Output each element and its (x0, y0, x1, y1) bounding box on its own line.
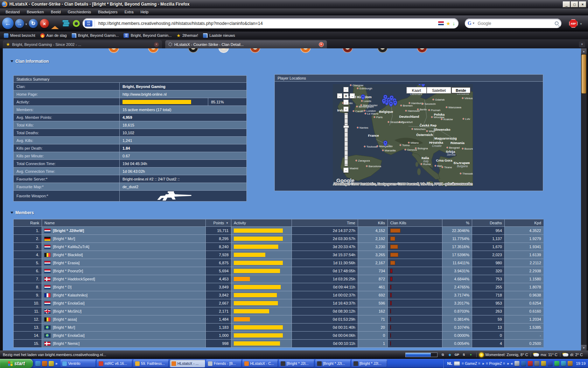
search-input[interactable] (477, 21, 555, 26)
weather-item[interactable]: di: 2° C (560, 353, 585, 357)
task-button[interactable]: 59. Faithless... (133, 360, 169, 367)
members-heading[interactable]: Members (10, 210, 34, 215)
url-input[interactable] (98, 21, 438, 26)
stop-button[interactable]: × (40, 19, 49, 28)
bookmark-item[interactable]: Laatste nieuws (201, 33, 237, 39)
menu-item-bewerken[interactable]: Bewerken (23, 9, 47, 15)
task-button[interactable]: HLstatsX - ... (170, 360, 205, 367)
map-pan-left-icon[interactable]: ← (337, 93, 342, 98)
map-pan-right-icon[interactable]: → (350, 93, 355, 98)
bookmark-item[interactable]: Meest bezocht (1, 33, 38, 39)
column-header-rank[interactable]: Rank (14, 219, 42, 226)
column-header-points[interactable]: Points▼ (206, 219, 231, 226)
menu-item-help[interactable]: Help (137, 9, 152, 15)
tray-collapse-icon[interactable]: « (511, 361, 513, 366)
search-icon[interactable] (555, 21, 559, 25)
tab-close-icon[interactable]: × (154, 42, 159, 47)
task-button[interactable]: [Bright * J2t... (279, 360, 314, 367)
tray-icon[interactable] (528, 361, 533, 366)
tray-icon[interactable] (521, 361, 526, 366)
tab-stack-icon[interactable] (62, 20, 70, 27)
member-name[interactable]: [Bright * Mo!] (53, 325, 75, 329)
map-button-beide[interactable]: Beide (451, 87, 471, 94)
member-name-cell[interactable]: [Bright * Mo!] (42, 235, 205, 243)
column-header-kpd[interactable]: Kpd (505, 219, 544, 226)
url-bar[interactable]: HXCE ★ ↓ (83, 18, 458, 28)
quick-launch-overflow-icon[interactable]: » (55, 361, 57, 366)
bookmark-item[interactable]: ★2themax! (174, 33, 201, 39)
task-button[interactable]: HLstatsX - C... (243, 360, 278, 367)
menu-item-beeld[interactable]: Beeld (47, 9, 64, 15)
map-pan-down-icon[interactable]: ↓ (343, 100, 349, 105)
bookmark-item[interactable]: Bright, Beyond Gamin... (69, 33, 121, 39)
tray-icon[interactable] (554, 361, 559, 366)
map-image[interactable]: GlasgowEdinburghLeedsManchesterDublinLon… (333, 84, 473, 186)
tray-icon[interactable] (561, 361, 566, 366)
flagfox-nl-icon[interactable] (438, 21, 444, 25)
quick-launch-icon[interactable] (35, 361, 41, 366)
reload-button[interactable]: ↻ (29, 19, 38, 28)
tray-icon[interactable] (568, 361, 573, 366)
member-name[interactable]: [Bright * KaMaZuTrA] (53, 245, 89, 249)
member-name-cell[interactable]: [Bright * Erasia] (42, 259, 205, 267)
tab-2[interactable]: HLstatsX - Counter-Strike - Clan Detail.… (165, 40, 327, 48)
member-name-cell[interactable]: [Bright * HaddockSpeed] (42, 275, 205, 283)
task-button[interactable]: Friends - [B... (206, 360, 241, 367)
forward-dropdown-icon[interactable]: ▼ (25, 23, 28, 26)
quick-launch-icon[interactable] (49, 361, 54, 366)
bookmark-star-icon[interactable]: ★ (446, 21, 450, 26)
adblock-icon[interactable]: ABP (569, 19, 578, 28)
member-name[interactable]: [Bright * Blacklist] (53, 253, 83, 257)
map-button-kaart[interactable]: Kaart (406, 87, 427, 94)
weather-item[interactable]: ma: 11° C (531, 353, 560, 357)
member-name-cell[interactable]: [Bright * MoShU] (42, 307, 205, 315)
taskbar-toolbar-label[interactable]: = ProgieZ = (486, 361, 505, 366)
minimize-button[interactable]: _ (563, 1, 570, 7)
scroll-down-icon[interactable]: ▼ (581, 345, 587, 350)
status-icon[interactable]: GP (454, 352, 460, 357)
tray-icon[interactable] (514, 361, 519, 366)
member-name[interactable]: [Bright * Erasia] (53, 261, 79, 265)
map-button-satelliet[interactable]: Satelliet (427, 87, 451, 94)
member-name[interactable]: [Bright * MoShU] (53, 309, 82, 313)
google-logo-icon[interactable]: G (468, 21, 471, 26)
status-icon[interactable]: ● (468, 352, 474, 357)
member-name[interactable]: [Bright * D] (53, 285, 71, 289)
member-name-cell[interactable]: [Bright * Kalashniko] (42, 291, 205, 299)
list-all-tabs-icon[interactable]: ▼ (579, 41, 585, 47)
member-name-cell[interactable]: [Bright * Poonz0r] (42, 267, 205, 275)
status-icon[interactable]: S (461, 352, 467, 357)
column-header-[interactable]: % (442, 219, 472, 226)
status-icon[interactable]: ⧉ (440, 352, 446, 357)
member-name[interactable]: [Bright * EnolaGai] (53, 333, 85, 338)
member-name[interactable]: [Bright * EnolaGai] (53, 301, 85, 305)
member-name[interactable]: [Bright * HaddockSpeed] (53, 277, 95, 281)
member-name[interactable]: [Bright * Poonz0r] (53, 269, 83, 273)
menu-item-bladwijzers[interactable]: Bladwijzers (94, 9, 121, 15)
member-name-cell[interactable]: [Bright * KaMaZuTrA] (42, 243, 205, 251)
member-name-cell[interactable]: [Bright * EnolaGai] (42, 299, 205, 307)
close-button[interactable]: × (579, 1, 586, 7)
member-name-cell[interactable]: [Bright * Blacklist] (42, 251, 205, 259)
member-name[interactable]: [Bright * J2theW] (53, 229, 84, 233)
column-header-activity[interactable]: Activity (231, 219, 292, 226)
task-button[interactable]: [Bright * J2t... (315, 360, 351, 367)
vertical-scrollbar[interactable]: ▲ ▼ (581, 48, 587, 350)
task-button[interactable]: [Bright * J2t... (352, 360, 387, 367)
member-name-cell[interactable]: [Bright * Mo!] (42, 323, 205, 331)
tab-close-icon[interactable]: × (319, 42, 324, 47)
member-name[interactable]: [Bright * assa] (53, 317, 77, 321)
member-name[interactable]: [Bright * Kalashniko] (53, 293, 88, 297)
task-button[interactable]: Ventrilo (61, 360, 96, 367)
map-zoom-in-icon[interactable]: + (343, 107, 349, 112)
member-name-cell[interactable]: [Bright * D] (42, 283, 205, 291)
clan-information-heading[interactable]: Clan Information (10, 59, 49, 64)
opendns-icon[interactable] (73, 20, 80, 27)
weather-item[interactable]: Momenteel: Zonnig, 8° C (476, 353, 531, 357)
toolbar-expand-icon[interactable]: » (482, 361, 484, 366)
scroll-up-icon[interactable]: ▲ (581, 48, 587, 54)
member-name-cell[interactable]: [Bright * J2theW] (42, 227, 205, 234)
map-zoom-knob[interactable] (343, 125, 349, 128)
tray-icon[interactable] (541, 361, 546, 366)
member-name-cell[interactable]: [Bright * assa] (42, 315, 205, 323)
